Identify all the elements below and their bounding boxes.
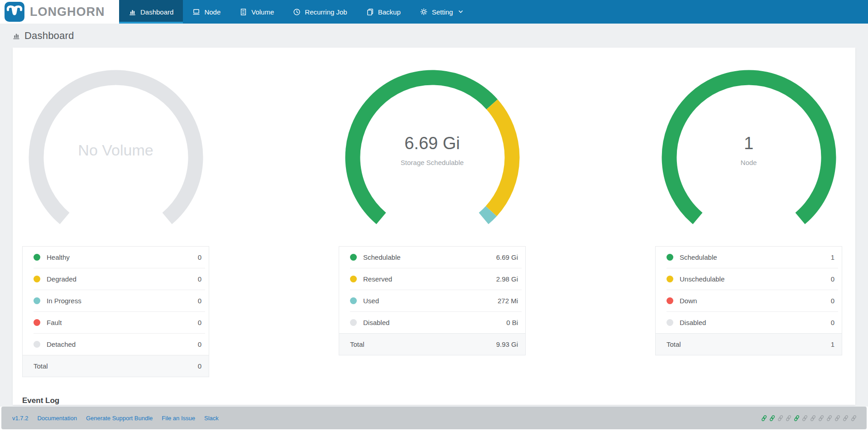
status-label: Fault — [47, 319, 198, 326]
chain-link-icon — [793, 415, 800, 422]
total-label: Total — [667, 340, 831, 348]
documentation-link[interactable]: Documentation — [37, 415, 77, 422]
status-value: 0 — [198, 340, 201, 348]
status-value: 0 — [831, 297, 834, 305]
status-row: In Progress0 — [23, 290, 209, 311]
total-label: Total — [34, 362, 198, 370]
status-dot — [350, 297, 357, 304]
status-value: 2.98 Gi — [496, 275, 518, 283]
chain-link-icon — [834, 415, 841, 422]
status-label: Down — [680, 297, 831, 305]
status-label: Disabled — [680, 319, 831, 326]
nav-tab-backup[interactable]: Backup — [357, 0, 410, 24]
storage-summary-column: 6.69 Gi Storage Schedulable Schedulable6… — [339, 68, 526, 377]
node-status-table: Schedulable1Unschedulable0Down0Disabled0… — [655, 246, 842, 355]
page-title: Dashboard — [24, 30, 74, 42]
total-value: 9.93 Gi — [496, 340, 518, 348]
nav-tab-recurring-job[interactable]: Recurring Job — [283, 0, 356, 24]
status-row: Healthy0 — [23, 247, 209, 268]
status-row: Fault0 — [23, 312, 209, 333]
event-log-heading: Event Log — [22, 396, 59, 405]
node-gauge: 1 Node — [658, 68, 839, 231]
longhorn-logo[interactable]: LONGHORN — [0, 0, 119, 24]
nav-label: Recurring Job — [305, 8, 347, 16]
gauge-arc-segment — [484, 211, 491, 218]
gauge-arc-segment — [669, 78, 829, 218]
status-row: Detached0 — [23, 334, 209, 355]
total-row: Total9.93 Gi — [339, 333, 525, 355]
nav-tab-setting[interactable]: Setting — [410, 0, 473, 24]
node-summary-column: 1 Node Schedulable1Unschedulable0Down0Di… — [655, 68, 842, 377]
nav-label: Setting — [432, 8, 453, 16]
status-label: Unschedulable — [680, 275, 831, 283]
nav-tab-dashboard[interactable]: Dashboard — [119, 0, 183, 24]
status-row: Unschedulable0 — [656, 268, 842, 290]
page-header: Dashboard — [0, 24, 868, 48]
status-value: 6.69 Gi — [496, 253, 518, 261]
dashboard-title-icon — [12, 32, 20, 40]
chain-link-icon — [810, 415, 816, 422]
gauge-arc-segment — [352, 78, 492, 218]
status-value: 0 — [831, 275, 834, 283]
status-value: 272 Mi — [498, 297, 518, 305]
version-link[interactable]: v1.7.2 — [12, 415, 28, 422]
chain-link-icon — [842, 415, 849, 422]
status-label: Detached — [47, 340, 198, 348]
status-row: Degraded0 — [23, 268, 209, 290]
slack-link[interactable]: Slack — [204, 415, 219, 422]
status-row: Reserved2.98 Gi — [339, 268, 525, 290]
status-dot — [350, 319, 357, 326]
bull-icon — [5, 2, 24, 22]
footer-bar: v1.7.2 Documentation Generate Support Bu… — [1, 407, 867, 429]
status-dot — [350, 276, 357, 282]
status-dot — [667, 319, 673, 326]
status-label: Schedulable — [363, 253, 496, 261]
chain-link-icon — [826, 415, 833, 422]
status-row: Used272 Mi — [339, 290, 525, 311]
brand-name: LONGHORN — [30, 5, 105, 19]
status-dot — [667, 254, 673, 261]
nav-label: Volume — [251, 8, 274, 16]
status-value: 0 — [198, 297, 201, 305]
status-dot — [667, 297, 673, 304]
chain-link-icon — [777, 415, 784, 422]
dashboard-panel: No Volume Healthy0Degraded0In Progress0F… — [13, 48, 855, 405]
status-dot — [34, 319, 40, 326]
nav-label: Node — [204, 8, 221, 16]
status-label: In Progress — [47, 297, 198, 305]
top-navbar: LONGHORN Dashboard Node Volume — [0, 0, 868, 24]
chain-link-icon — [850, 415, 857, 422]
footer-link-icons — [761, 415, 857, 422]
status-label: Disabled — [363, 319, 506, 326]
file-an-issue-link[interactable]: File an Issue — [162, 415, 195, 422]
status-row: Schedulable6.69 Gi — [339, 247, 525, 268]
volume-icon — [240, 8, 247, 16]
status-value: 0 Bi — [506, 319, 518, 326]
status-dot — [34, 276, 40, 282]
volume-summary-column: No Volume Healthy0Degraded0In Progress0F… — [22, 68, 209, 377]
chain-link-icon — [801, 415, 808, 422]
gear-icon — [420, 8, 428, 16]
status-value: 0 — [198, 275, 201, 283]
total-row: Total0 — [23, 355, 209, 377]
status-row: Disabled0 — [656, 312, 842, 333]
chain-link-icon — [761, 415, 767, 422]
total-value: 1 — [831, 340, 834, 348]
chevron-down-icon — [458, 10, 463, 14]
nav-tab-node[interactable]: Node — [183, 0, 230, 24]
volume-gauge: No Volume — [25, 68, 206, 231]
nav-tab-volume[interactable]: Volume — [230, 0, 283, 24]
chain-link-icon — [769, 415, 776, 422]
status-label: Used — [363, 297, 498, 305]
status-row: Down0 — [656, 290, 842, 311]
storage-status-table: Schedulable6.69 GiReserved2.98 GiUsed272… — [339, 246, 526, 355]
status-dot — [34, 341, 40, 348]
status-label: Schedulable — [680, 253, 831, 261]
status-dot — [667, 276, 673, 282]
gauge-arc-segment — [36, 78, 196, 218]
chain-link-icon — [785, 415, 792, 422]
total-value: 0 — [198, 362, 201, 370]
total-row: Total1 — [656, 333, 842, 355]
status-row: Schedulable1 — [656, 247, 842, 268]
generate-support-bundle-link[interactable]: Generate Support Bundle — [86, 415, 153, 422]
